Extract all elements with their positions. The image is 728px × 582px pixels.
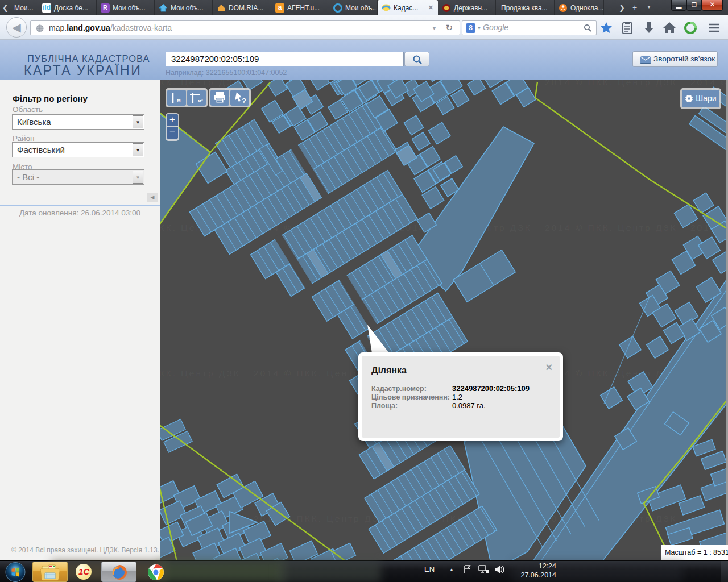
svg-text:2014 © ПКК. Центр ДЗК: 2014 © ПКК. Центр ДЗК (160, 80, 241, 87)
svg-text:2014 © ПКК. Центр ДЗК: 2014 © ПКК. Центр ДЗК (545, 80, 677, 87)
svg-text:м: м (177, 97, 181, 103)
svg-text:2014 © ПКК. Центр ДЗК: 2014 © ПКК. Центр ДЗК (690, 80, 728, 87)
svg-text:2014 © ПКК. Центр ДЗК: 2014 © ПКК. Центр ДЗК (545, 223, 677, 232)
svg-text:2014 © ПКК. Центр ДЗК: 2014 © ПКК. Центр ДЗК (545, 368, 677, 378)
svg-text:2014 © ПКК. Центр ДЗК: 2014 © ПКК. Центр ДЗК (160, 368, 241, 378)
svg-text:?: ? (242, 97, 246, 105)
svg-text:м²: м² (198, 98, 203, 103)
